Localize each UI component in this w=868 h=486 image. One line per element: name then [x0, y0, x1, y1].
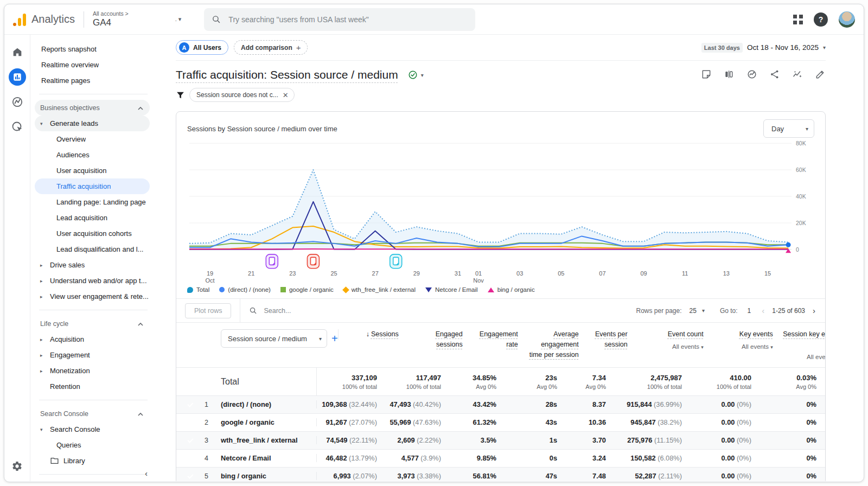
metric-value: 275,976	[627, 436, 652, 444]
apps-grid-icon[interactable]	[793, 15, 803, 24]
account-switcher[interactable]: All accounts > GA4	[93, 10, 129, 28]
sidebar-group-search-console[interactable]: ▾Search Console	[35, 421, 150, 437]
goto-page-input[interactable]: 1	[748, 307, 751, 315]
sidebar-item-user-acquisition-cohorts[interactable]: User acquisition cohorts	[35, 226, 150, 241]
rows-per-page-value[interactable]: 25	[690, 307, 697, 315]
caret-right-icon: ▸	[40, 263, 50, 268]
sidebar-group-monetization[interactable]: ▸Monetization	[35, 363, 150, 379]
annotation-oct-24[interactable]	[307, 254, 319, 268]
sidebar-item-label: Library	[63, 457, 85, 465]
insights-icon-button[interactable]	[746, 69, 757, 81]
rail-reports-icon[interactable]	[9, 68, 26, 86]
y-axis-tick: 20K	[796, 220, 806, 226]
sidebar-item-retention[interactable]: Retention	[35, 379, 150, 394]
sidebar-item-traffic-acquisition[interactable]: Traffic acquisition	[35, 178, 150, 194]
metric-value: 915,844	[627, 400, 652, 408]
column-label-session-key-event-rate[interactable]: Session key event rate	[783, 330, 826, 348]
metric-value: 7.34	[566, 374, 606, 382]
column-label-avg-engagement-time[interactable]: Average engagement time per session	[529, 330, 579, 359]
legend-item-bing-organic[interactable]: bing / organic	[488, 286, 535, 293]
analytics-logo-icon[interactable]	[13, 13, 26, 26]
table-search[interactable]	[249, 306, 636, 315]
annotation-oct-22[interactable]	[266, 254, 278, 268]
rail-home-icon[interactable]	[9, 43, 26, 61]
column-label-event-count[interactable]: Event count	[668, 330, 704, 338]
settings-gear-icon[interactable]	[9, 457, 26, 475]
cell-events-per-session: 10.36	[566, 418, 615, 426]
filter-funnel-icon[interactable]	[176, 91, 185, 100]
share-icon-button[interactable]	[769, 69, 780, 81]
column-label-engaged-sessions[interactable]: Engaged sessions	[436, 330, 463, 348]
sidebar-group-view-user-engagement-rete[interactable]: ▸View user engagement & rete...	[35, 289, 150, 304]
y-axis-tick: 80K	[796, 140, 806, 146]
sidebar-group-generate-leads[interactable]: ▾Generate leads	[35, 116, 150, 131]
rail-advertising-icon[interactable]	[9, 118, 26, 136]
next-page-chevron-icon[interactable]: ›	[813, 306, 815, 315]
sidebar-item-realtime-overview[interactable]: Realtime overview	[35, 57, 150, 73]
prev-page-chevron-icon[interactable]: ‹	[762, 306, 764, 315]
rows-per-page-caret-icon[interactable]: ▾	[702, 308, 705, 314]
page-title[interactable]: Traffic acquisition: Session source / me…	[176, 68, 398, 81]
sidebar-item-lead-disqualification-and-l[interactable]: Lead disqualification and l...	[35, 241, 150, 257]
column-label-key-events[interactable]: Key events	[739, 330, 773, 338]
account-dropdown-caret-icon[interactable]: . ▾	[175, 16, 182, 23]
column-label-sessions[interactable]: Sessions	[371, 330, 399, 338]
legend-item-wth-free-link-external[interactable]: wth_free_link / external	[343, 286, 416, 293]
metric-subtext: 100% of total	[317, 383, 377, 390]
sidebar-item-library[interactable]: Library	[35, 453, 150, 469]
global-search-input[interactable]	[227, 15, 468, 24]
column-label-events-per-session[interactable]: Events per session	[595, 330, 628, 348]
column-filter-key-events[interactable]: All events ▾	[712, 342, 773, 351]
legend-label: Total	[196, 286, 209, 293]
column-label-engagement-rate[interactable]: Engagement rate	[480, 330, 518, 348]
column-filter-session-key-event-rate[interactable]: All events ▾	[782, 353, 826, 362]
global-search[interactable]	[204, 8, 475, 31]
edit-pencil-icon-button[interactable]	[815, 69, 826, 81]
legend-item-direct-none[interactable]: (direct) / (none)	[219, 286, 271, 293]
sidebar-item-reports-snapshot[interactable]: Reports snapshot	[35, 41, 150, 57]
sidebar-group-understand-web-and-or-app-t[interactable]: ▸Understand web and/or app t...	[35, 273, 150, 289]
caret-down-icon: ▾	[40, 427, 50, 432]
sidebar-section-search-console[interactable]: Search Console	[35, 406, 150, 421]
legend-item-netcore-email[interactable]: Netcore / Email	[425, 286, 478, 293]
dimension-select[interactable]: Session source / medium ▾	[221, 329, 327, 348]
row-dimension-value: bing / organic	[221, 472, 316, 480]
granularity-select[interactable]: Day ▾	[763, 119, 814, 138]
all-users-chip[interactable]: A All Users	[176, 40, 228, 55]
sidebar-item-user-acquisition[interactable]: User acquisition	[35, 163, 150, 178]
sidebar-item-overview[interactable]: Overview	[35, 131, 150, 147]
sidebar-group-drive-sales[interactable]: ▸Drive sales	[35, 257, 150, 273]
square-marker-icon	[280, 287, 286, 292]
remove-filter-icon[interactable]: ✕	[283, 91, 289, 99]
legend-item-google-organic[interactable]: google / organic	[280, 286, 334, 293]
sidebar-item-landing-page-landing-page[interactable]: Landing page: Landing page	[35, 194, 150, 210]
ab-compare-icon-button[interactable]	[724, 69, 735, 81]
metric-subtext: (27.07%)	[347, 418, 377, 426]
date-range-picker[interactable]: Last 30 days Oct 18 - Nov 16, 2025 ▾	[701, 43, 826, 53]
user-avatar[interactable]	[839, 11, 855, 28]
legend-item-total[interactable]: Total	[187, 286, 209, 293]
metric-value: 47s	[546, 472, 557, 480]
sidebar-item-queries[interactable]: Queries	[35, 437, 150, 453]
sidebar-item-realtime-pages[interactable]: Realtime pages	[35, 73, 150, 88]
sidebar-group-acquisition[interactable]: ▸Acquisition	[35, 331, 150, 347]
sidebar-section-business-objectives[interactable]: Business objectives	[35, 100, 150, 116]
note-icon-button[interactable]	[701, 69, 712, 81]
section-label: Business objectives	[40, 104, 100, 112]
rail-explore-icon[interactable]	[9, 93, 26, 111]
sidebar-item-lead-acquisition[interactable]: Lead acquisition	[35, 210, 150, 226]
sparkline-icon-button[interactable]	[792, 69, 803, 81]
add-comparison-button[interactable]: Add comparison +	[234, 40, 308, 55]
sidebar-section-life-cycle[interactable]: Life cycle	[35, 316, 150, 331]
annotation-oct-28[interactable]	[390, 254, 402, 268]
help-icon[interactable]: ?	[814, 12, 828, 27]
sidebar-item-audiences[interactable]: Audiences	[35, 147, 150, 163]
table-search-input[interactable]	[263, 306, 382, 315]
sidebar-group-engagement[interactable]: ▸Engagement	[35, 347, 150, 363]
active-filter-chip[interactable]: Session source does not c... ✕	[189, 88, 295, 102]
add-dimension-icon[interactable]: +	[331, 332, 338, 345]
sidebar-collapse-chevron-icon[interactable]: ‹	[145, 469, 148, 478]
report-status-badge[interactable]: ▾	[404, 68, 428, 81]
column-filter-event-count[interactable]: All events ▾	[636, 342, 704, 351]
plot-rows-button[interactable]: Plot rows	[185, 303, 231, 318]
